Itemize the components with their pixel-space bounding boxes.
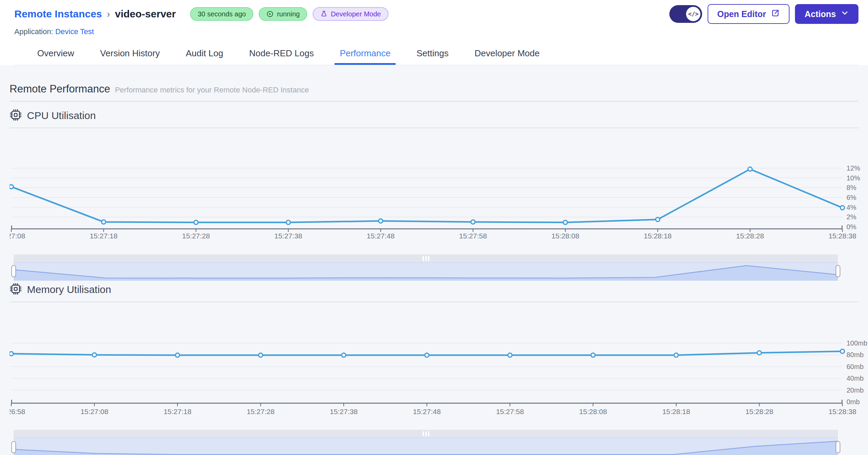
svg-text:15:28:28: 15:28:28	[745, 408, 773, 415]
tab-node-red-logs[interactable]: Node-RED Logs	[244, 43, 319, 65]
svg-text:15:27:28: 15:27:28	[182, 232, 210, 240]
status-badge: running	[259, 7, 307, 21]
svg-text:15:27:38: 15:27:38	[274, 232, 302, 240]
svg-text:0%: 0%	[846, 223, 856, 231]
cpu-brush-rail[interactable]	[14, 254, 838, 262]
tab-overview[interactable]: Overview	[32, 43, 79, 65]
svg-text:40mb: 40mb	[846, 375, 864, 382]
memory-brush-rail[interactable]	[14, 430, 838, 438]
svg-text:15:27:58: 15:27:58	[496, 408, 524, 415]
developer-mode-badge: Developer Mode	[313, 7, 388, 21]
memory-section-title: Memory Utilisation	[27, 284, 111, 295]
svg-text:12%: 12%	[846, 164, 860, 172]
cpu-brush-selection[interactable]	[14, 262, 838, 280]
tab-settings[interactable]: Settings	[411, 43, 454, 65]
page-subtitle: Performance metrics for your Remote Node…	[115, 86, 309, 94]
tab-audit-log[interactable]: Audit Log	[181, 43, 228, 65]
svg-text:15:27:08: 15:27:08	[10, 232, 25, 240]
tab-developer-mode[interactable]: Developer Mode	[469, 43, 545, 65]
svg-text:15:28:08: 15:28:08	[551, 232, 579, 240]
svg-text:6%: 6%	[846, 194, 856, 201]
svg-text:20mb: 20mb	[846, 386, 864, 394]
application-link[interactable]: Device Test	[55, 27, 94, 36]
page-title: Remote Performance	[10, 83, 110, 95]
svg-text:10%: 10%	[846, 174, 860, 182]
divider	[10, 101, 858, 102]
memory-chip-icon	[10, 283, 22, 296]
svg-text:15:27:28: 15:27:28	[247, 408, 275, 415]
play-circle-icon	[266, 10, 274, 18]
svg-text:15:28:38: 15:28:38	[828, 232, 856, 240]
cpu-utilisation-chart[interactable]: 0%2%4%6%8%10%12%15:27:0815:27:1815:27:28…	[10, 129, 868, 241]
memory-brush-left-handle[interactable]	[11, 441, 16, 453]
cpu-minichart	[14, 263, 838, 281]
memory-section-header: Memory Utilisation	[10, 283, 858, 296]
svg-text:4%: 4%	[846, 204, 856, 211]
svg-text:8%: 8%	[846, 184, 856, 191]
svg-text:100mb: 100mb	[846, 339, 867, 347]
memory-chart-range-slider	[14, 430, 838, 455]
svg-text:15:28:18: 15:28:18	[644, 232, 672, 240]
memory-minichart	[14, 438, 838, 455]
memory-utilisation-chart[interactable]: 0mb20mb40mb60mb80mb100mb15:26:5815:27:08…	[10, 303, 868, 422]
tab-version-history[interactable]: Version History	[95, 43, 165, 65]
svg-text:15:27:58: 15:27:58	[459, 232, 487, 240]
svg-text:0mb: 0mb	[846, 398, 860, 406]
svg-text:80mb: 80mb	[846, 351, 864, 358]
last-seen-badge: 30 seconds ago	[190, 7, 253, 21]
breadcrumb-separator-icon: ›	[107, 8, 110, 20]
open-editor-button[interactable]: Open Editor	[708, 4, 789, 24]
cpu-brush-right-handle[interactable]	[836, 265, 840, 277]
svg-text:2%: 2%	[846, 213, 856, 221]
instance-name: video-server	[115, 8, 176, 20]
svg-text:15:27:48: 15:27:48	[413, 408, 441, 415]
chevron-down-icon	[841, 9, 849, 19]
tab-performance[interactable]: Performance	[335, 43, 396, 65]
svg-text:15:28:08: 15:28:08	[579, 408, 607, 415]
breadcrumb-remote-instances-link[interactable]: Remote Instances	[14, 8, 102, 20]
breadcrumb: Remote Instances › video-server	[14, 8, 176, 20]
cpu-section-title: CPU Utilisation	[27, 110, 96, 121]
code-icon: </>	[686, 7, 700, 21]
flask-icon	[320, 10, 328, 18]
cpu-brush-grip-icon[interactable]	[423, 256, 429, 261]
svg-text:15:28:28: 15:28:28	[736, 232, 764, 240]
svg-text:15:27:48: 15:27:48	[367, 232, 395, 240]
svg-text:15:26:58: 15:26:58	[10, 408, 25, 415]
divider	[10, 128, 858, 128]
performance-panel: Remote Performance Performance metrics f…	[0, 65, 868, 455]
application-line: Application: Device Test	[14, 27, 858, 36]
actions-button[interactable]: Actions	[795, 4, 858, 24]
cpu-brush-left-handle[interactable]	[11, 265, 16, 277]
svg-text:15:27:18: 15:27:18	[90, 232, 118, 240]
svg-text:15:28:38: 15:28:38	[828, 408, 856, 415]
svg-text:60mb: 60mb	[846, 363, 864, 370]
memory-brush-right-handle[interactable]	[836, 441, 840, 453]
divider	[10, 302, 858, 302]
tab-bar: Overview Version History Audit Log Node-…	[14, 43, 858, 65]
page-header: Remote Instances › video-server 30 secon…	[0, 0, 868, 65]
svg-text:15:27:38: 15:27:38	[330, 408, 358, 415]
code-editor-toggle[interactable]: </>	[669, 5, 702, 23]
svg-text:15:28:18: 15:28:18	[662, 408, 690, 415]
cpu-chip-icon	[10, 109, 22, 122]
svg-text:15:27:08: 15:27:08	[81, 408, 109, 415]
svg-text:15:27:18: 15:27:18	[163, 408, 191, 415]
cpu-section-header: CPU Utilisation	[10, 109, 858, 122]
cpu-chart-range-slider	[14, 254, 838, 280]
external-link-icon	[771, 9, 780, 20]
memory-brush-grip-icon[interactable]	[423, 431, 429, 436]
memory-brush-selection[interactable]	[14, 438, 838, 455]
